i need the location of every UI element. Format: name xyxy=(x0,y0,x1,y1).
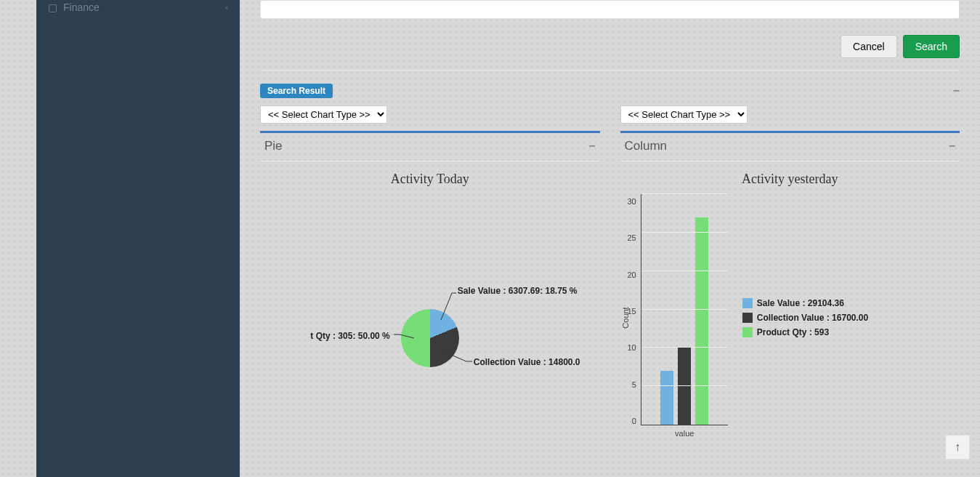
main-content: Cancel Search Search Result − << Select … xyxy=(240,0,980,477)
divider xyxy=(260,70,960,71)
legend: Sale Value : 29104.36Collection Value : … xyxy=(728,194,960,441)
legend-item: Sale Value : 29104.36 xyxy=(742,298,960,308)
scroll-top-button[interactable]: ↑ xyxy=(945,435,970,460)
pie-chart xyxy=(401,309,459,367)
left-chart-column: << Select Chart Type >> Pie − Activity T… xyxy=(260,105,600,456)
column-heading: Column xyxy=(625,139,668,153)
pie-heading: Pie xyxy=(264,139,283,153)
pie-chart-title: Activity Today xyxy=(260,172,600,187)
y-tick: 10 xyxy=(628,343,636,352)
column-chart-box: Column − Activity yesterday Count 302520… xyxy=(620,131,960,441)
column-chart-title: Activity yesterday xyxy=(620,172,960,187)
pie-label-collection: Collection Value : 14800.0 xyxy=(474,357,580,367)
collapse-icon[interactable]: − xyxy=(949,140,955,153)
y-tick: 0 xyxy=(632,417,636,425)
plot-area: value xyxy=(641,194,728,425)
search-result-badge: Search Result xyxy=(260,84,333,98)
collapse-icon[interactable]: − xyxy=(953,84,960,97)
pie-label-qty: t Qty : 305: 50.00 % xyxy=(310,331,389,341)
folder-icon: ▢ xyxy=(48,1,57,13)
y-tick: 25 xyxy=(628,233,636,242)
y-axis: Count 302520151050 xyxy=(628,194,641,441)
filter-panel xyxy=(260,0,960,19)
legend-swatch xyxy=(742,313,753,323)
pie-label-sale: Sale Value : 6307.69: 18.75 % xyxy=(458,286,578,296)
pie-chart-box: Pie − Activity Today Sale Value : 6307.6… xyxy=(260,131,600,456)
y-axis-label: Count xyxy=(620,307,629,328)
result-header: Search Result − xyxy=(260,84,960,98)
y-tick: 30 xyxy=(628,197,636,206)
column-chart-area: Count 302520151050 value Sale Value : 29… xyxy=(620,194,960,441)
pie-chart-area: Sale Value : 6307.69: 18.75 % Collection… xyxy=(260,194,600,456)
legend-label: Product Qty : 593 xyxy=(757,327,829,337)
sidebar: ▢ Finance ‹ xyxy=(36,0,240,477)
cancel-button[interactable]: Cancel xyxy=(841,35,897,58)
y-tick: 20 xyxy=(628,270,636,279)
bar-product-qty xyxy=(695,217,708,425)
legend-swatch xyxy=(742,298,753,308)
bar-collection-value xyxy=(678,348,691,425)
search-button[interactable]: Search xyxy=(903,35,960,58)
legend-item: Product Qty : 593 xyxy=(742,327,960,337)
chart-type-select-left[interactable]: << Select Chart Type >> xyxy=(260,105,387,124)
x-axis-label: value xyxy=(641,429,728,438)
bars xyxy=(646,194,724,425)
sidebar-item-label: Finance xyxy=(63,1,100,13)
legend-label: Sale Value : 29104.36 xyxy=(757,298,844,308)
legend-item: Collection Value : 16700.00 xyxy=(742,313,960,323)
right-chart-column: << Select Chart Type >> Column − Activit… xyxy=(620,105,960,456)
collapse-icon[interactable]: − xyxy=(588,140,595,153)
y-tick: 5 xyxy=(632,380,636,389)
chevron-left-icon: ‹ xyxy=(225,3,228,12)
legend-swatch xyxy=(742,327,753,337)
chart-type-select-right[interactable]: << Select Chart Type >> xyxy=(620,105,748,124)
legend-label: Collection Value : 16700.00 xyxy=(757,313,868,323)
bar-sale-value xyxy=(660,371,673,425)
action-row: Cancel Search xyxy=(260,29,960,61)
sidebar-item-finance[interactable]: ▢ Finance ‹ xyxy=(36,0,240,19)
